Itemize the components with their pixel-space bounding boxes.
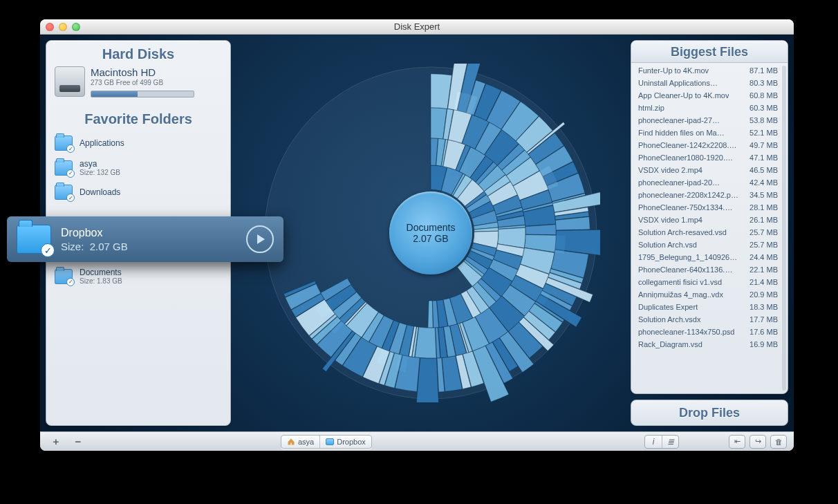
file-row[interactable]: Funter-Up to 4K.mov87.1 MB (637, 64, 785, 77)
file-row[interactable]: App Cleaner-Up to 4K.mov60.8 MB (637, 89, 785, 102)
folder-size: Size: 1.83 GB (80, 277, 122, 285)
breadcrumb-item[interactable]: Dropbox (319, 436, 371, 448)
file-row[interactable]: 1795_Belegung_1_140926.vsd24.4 MB (637, 251, 785, 263)
file-row[interactable]: phonecleaner-ipad-20…42.4 MB (637, 176, 785, 189)
file-size: 17.7 MB (749, 315, 778, 324)
bb-left-group: + − (47, 436, 87, 448)
file-name: PhoneCleaner-640x1136.mov (638, 265, 738, 274)
file-size: 25.7 MB (749, 228, 778, 236)
file-name: Solution Arch.vsd (638, 241, 697, 249)
info-view-button[interactable]: i (645, 436, 662, 448)
file-row[interactable]: html.zip60.3 MB (637, 102, 785, 114)
file-row[interactable]: Uninstall Applications…80.3 MB (637, 77, 785, 89)
folder-name: Downloads (80, 187, 120, 197)
sunburst-chart[interactable]: Documents 2.07 GB (261, 64, 600, 402)
list-icon: ≣ (667, 437, 674, 447)
file-row[interactable]: PhoneCleaner-1242x2208.mov49.7 MB (637, 139, 785, 151)
drop-files-label: Drop Files (679, 406, 740, 420)
folder-mini-icon (326, 438, 334, 445)
disk-row[interactable]: Macintosh HD 273 GB Free of 499 GB (52, 66, 225, 97)
file-size: 24.4 MB (749, 253, 778, 261)
file-name: phonecleaner-ipad-20… (638, 178, 720, 187)
file-name: PhoneCleaner1080-1920.mov (638, 153, 738, 162)
file-name: VSDX video 1.mp4 (638, 216, 702, 224)
drop-files-panel[interactable]: Drop Files (631, 400, 788, 426)
file-size: 42.4 MB (749, 178, 778, 187)
file-size: 53.8 MB (749, 116, 778, 124)
reveal-button[interactable]: ↪ (749, 435, 766, 449)
file-row[interactable]: Solution Arch.vsd25.7 MB (637, 239, 785, 251)
folder-icon: ✓ (55, 185, 73, 200)
breadcrumb: asyaDropbox (281, 435, 372, 449)
sunburst-center[interactable]: Documents 2.07 GB (389, 192, 472, 274)
file-size: 60.8 MB (749, 91, 778, 100)
file-name: Find hidden files on Ma… (638, 129, 725, 137)
file-row[interactable]: Find hidden files on Ma…52.1 MB (637, 127, 785, 139)
file-row[interactable]: collegamenti fisici v1.vsd21.4 MB (637, 276, 785, 288)
file-name: Solution Arch-resaved.vsd (638, 228, 727, 236)
check-badge-icon: ✓ (66, 194, 75, 202)
titlebar: Disk Expert (40, 19, 794, 35)
file-row[interactable]: PhoneCleaner-640x1136.mov22.1 MB (637, 263, 785, 276)
file-name: VSDX video 2.mp4 (638, 166, 702, 174)
check-badge-icon: ✓ (41, 243, 55, 257)
file-name: html.zip (638, 104, 664, 112)
file-row[interactable]: Solution Arch.vsdx17.7 MB (637, 313, 785, 326)
file-name: collegamenti fisici v1.vsd (638, 278, 722, 286)
reveal-icon: ↪ (755, 437, 761, 446)
remove-button[interactable]: − (69, 436, 87, 448)
file-row[interactable]: Solution Arch-resaved.vsd25.7 MB (637, 226, 785, 239)
bottom-toolbar: + − asyaDropbox i ≣ ⇤ ↪ 🗑 (40, 431, 794, 451)
file-size: 28.1 MB (749, 203, 778, 212)
file-row[interactable]: phonecleaner-2208x1242.psd34.5 MB (637, 189, 785, 201)
file-row[interactable]: VSDX video 2.mp446.5 MB (637, 164, 785, 176)
trash-button[interactable]: 🗑 (770, 435, 787, 449)
file-name: App Cleaner-Up to 4K.mov (638, 91, 729, 100)
folder-size: Size: 132 GB (80, 169, 120, 176)
file-size: 20.9 MB (749, 290, 778, 299)
favorite-folders-list: ✓Applications✓asyaSize: 132 GB✓Downloads… (52, 131, 225, 230)
file-name: Duplicates Expert (638, 303, 698, 311)
file-row[interactable]: PhoneCleaner-750x1334.mov28.1 MB (637, 201, 785, 214)
popout-text: Dropbox Size: 2.07 GB (61, 227, 128, 252)
file-row[interactable]: Duplicates Expert18.3 MB (637, 301, 785, 313)
breadcrumb-label: asya (298, 438, 314, 446)
popout-folder-name: Dropbox (61, 227, 128, 239)
folder-text: Applications (80, 138, 124, 148)
breadcrumb-item[interactable]: asya (281, 436, 319, 448)
window-title: Disk Expert (40, 21, 794, 32)
biggest-files-title: Biggest Files (631, 41, 788, 63)
file-name: phonecleaner-2208x1242.psd (638, 191, 738, 199)
hard-disks-title: Hard Disks (52, 46, 225, 62)
biggest-files-list[interactable]: Funter-Up to 4K.mov87.1 MBUninstall Appl… (631, 63, 788, 393)
breadcrumb-label: Dropbox (337, 438, 366, 446)
file-size: 26.1 MB (749, 216, 778, 224)
folder-item[interactable]: ✓DocumentsSize: 1.83 GB (52, 263, 225, 289)
file-row[interactable]: phonecleaner-ipad-27…53.8 MB (637, 114, 785, 127)
favorite-folders-title: Favorite Folders (52, 111, 225, 127)
scan-play-button[interactable] (246, 225, 274, 253)
collapse-icon: ⇤ (734, 437, 741, 446)
file-size: 49.7 MB (749, 141, 778, 149)
file-size: 17.6 MB (749, 328, 778, 336)
file-row[interactable]: Rack_Diagram.vsd16.9 MB (637, 338, 785, 351)
file-size: 21.4 MB (749, 278, 778, 286)
collapse-button[interactable]: ⇤ (729, 435, 745, 449)
folder-item[interactable]: ✓Downloads (52, 180, 225, 204)
file-row[interactable]: Anniņmuižas 4_mag..vdx20.9 MB (637, 288, 785, 301)
sunburst-center-size: 2.07 GB (413, 233, 448, 244)
file-name: 1795_Belegung_1_140926.vsd (638, 253, 738, 261)
file-size: 52.1 MB (749, 129, 778, 137)
trash-icon: 🗑 (775, 438, 783, 446)
disk-usage-bar (91, 91, 194, 97)
folder-item[interactable]: ✓Applications (52, 131, 225, 155)
biggest-files-panel: Biggest Files Funter-Up to 4K.mov87.1 MB… (631, 40, 788, 394)
file-row[interactable]: PhoneCleaner1080-1920.mov47.1 MB (637, 151, 785, 164)
file-row[interactable]: VSDX video 1.mp426.1 MB (637, 214, 785, 226)
check-badge-icon: ✓ (66, 144, 75, 153)
folder-item[interactable]: ✓asyaSize: 132 GB (52, 155, 225, 180)
list-view-button[interactable]: ≣ (662, 436, 678, 448)
popout-folder-size: Size: 2.07 GB (61, 241, 128, 252)
file-row[interactable]: phonecleaner-1134x750.psd17.6 MB (637, 326, 785, 338)
add-button[interactable]: + (47, 436, 65, 448)
